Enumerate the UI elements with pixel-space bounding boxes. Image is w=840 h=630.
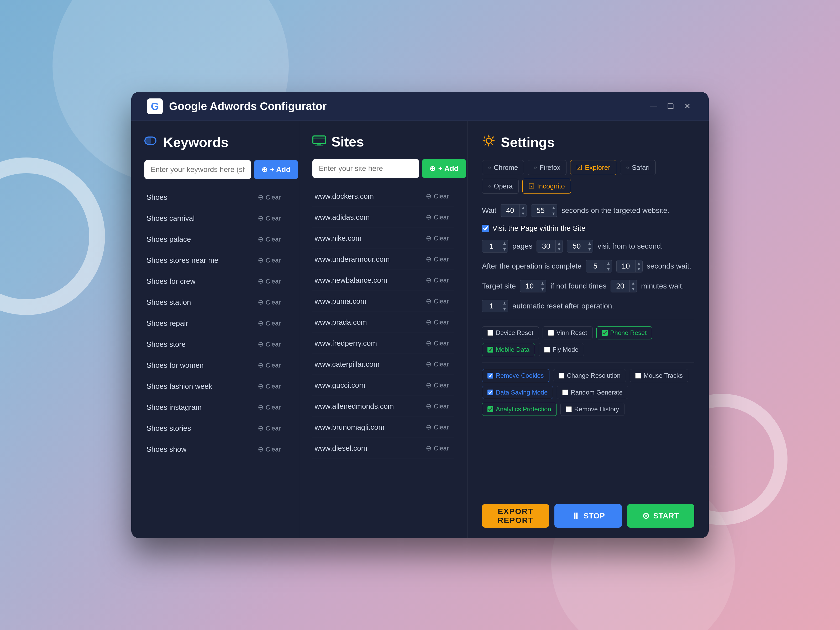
- browser-tab-safari[interactable]: ○Safari: [620, 160, 656, 175]
- keyword-clear-button[interactable]: ⊖ Clear: [255, 213, 284, 224]
- start-button[interactable]: ⊙ START: [627, 504, 694, 527]
- site-clear-button[interactable]: ⊖ Clear: [423, 338, 452, 349]
- device-chip-vinn-reset[interactable]: Vinn Reset: [543, 326, 593, 339]
- keyword-clear-button[interactable]: ⊖ Clear: [255, 192, 284, 203]
- site-clear-button[interactable]: ⊖ Clear: [423, 442, 452, 454]
- pages-val-input[interactable]: [482, 240, 501, 253]
- keyword-clear-button[interactable]: ⊖ Clear: [255, 423, 284, 434]
- keyword-clear-button[interactable]: ⊖ Clear: [255, 381, 284, 392]
- keyword-clear-button[interactable]: ⊖ Clear: [255, 402, 284, 413]
- wait-up-2[interactable]: ▲: [550, 204, 557, 210]
- after-down-1[interactable]: ▼: [605, 266, 612, 272]
- keyword-clear-button[interactable]: ⊖ Clear: [255, 444, 284, 455]
- keywords-input[interactable]: [144, 160, 251, 179]
- visit-to-down[interactable]: ▼: [586, 246, 593, 252]
- after-up-1[interactable]: ▲: [605, 260, 612, 266]
- keyword-clear-button[interactable]: ⊖ Clear: [255, 339, 284, 350]
- option-chip-cb[interactable]: [559, 373, 564, 379]
- after-up-2[interactable]: ▲: [636, 260, 642, 266]
- device-chip-phone-reset[interactable]: Phone Reset: [597, 326, 652, 339]
- option-chip-cb[interactable]: [488, 406, 493, 412]
- site-clear-button[interactable]: ⊖ Clear: [423, 232, 452, 244]
- site-clear-button[interactable]: ⊖ Clear: [423, 317, 452, 328]
- option-chip-cb[interactable]: [488, 390, 493, 395]
- not-found-input[interactable]: [611, 280, 630, 292]
- target-val-input[interactable]: [520, 280, 539, 292]
- clear-minus-icon: ⊖: [258, 424, 264, 432]
- option-chip-analytics-protection[interactable]: Analytics Protection: [482, 403, 557, 416]
- site-clear-button[interactable]: ⊖ Clear: [423, 358, 452, 370]
- wait-val1-input[interactable]: [501, 204, 519, 217]
- sites-input[interactable]: [313, 159, 419, 178]
- site-clear-button[interactable]: ⊖ Clear: [423, 254, 452, 265]
- keyword-clear-button[interactable]: ⊖ Clear: [255, 317, 284, 329]
- maximize-button[interactable]: ❑: [665, 101, 676, 112]
- visit-from-up[interactable]: ▲: [556, 240, 562, 246]
- target-up[interactable]: ▲: [539, 280, 546, 286]
- site-clear-button[interactable]: ⊖ Clear: [423, 422, 452, 433]
- wait-down-1[interactable]: ▼: [520, 210, 527, 216]
- stop-label: STOP: [584, 512, 605, 520]
- browser-tab-explorer[interactable]: ☑Explorer: [570, 160, 616, 175]
- wait-val2-input[interactable]: [531, 204, 550, 217]
- visit-from-input[interactable]: [537, 240, 556, 253]
- site-clear-button[interactable]: ⊖ Clear: [423, 380, 452, 391]
- site-clear-button[interactable]: ⊖ Clear: [423, 191, 452, 202]
- visit-to-up[interactable]: ▲: [586, 240, 593, 246]
- keywords-add-button[interactable]: ⊕ + Add: [254, 160, 298, 179]
- reset-val-input[interactable]: [482, 300, 501, 313]
- browser-tab-incognito[interactable]: ☑Incognito: [523, 179, 571, 194]
- wait-down-2[interactable]: ▼: [550, 210, 557, 216]
- option-chip-remove-history[interactable]: Remove History: [561, 403, 625, 416]
- device-chip-mobile-data[interactable]: Mobile Data: [482, 343, 535, 356]
- export-button[interactable]: EXPORT REPORT: [482, 504, 549, 527]
- target-down[interactable]: ▼: [539, 286, 546, 292]
- keyword-clear-button[interactable]: ⊖ Clear: [255, 297, 284, 308]
- option-chip-cb[interactable]: [635, 373, 641, 379]
- not-found-up[interactable]: ▲: [630, 280, 636, 286]
- sites-add-button[interactable]: ⊕ + Add: [422, 159, 466, 178]
- visit-to-input[interactable]: [567, 240, 586, 253]
- option-chip-cb[interactable]: [562, 390, 568, 395]
- option-chip-remove-cookies[interactable]: Remove Cookies: [482, 369, 549, 382]
- site-clear-button[interactable]: ⊖ Clear: [423, 295, 452, 307]
- device-chip-cb[interactable]: [488, 330, 493, 336]
- option-chip-label: Change Resolution: [567, 372, 621, 379]
- after-val2-input[interactable]: [616, 260, 635, 273]
- minimize-button[interactable]: —: [648, 101, 659, 112]
- site-clear-button[interactable]: ⊖ Clear: [423, 401, 452, 412]
- keyword-clear-button[interactable]: ⊖ Clear: [255, 360, 284, 371]
- pages-down[interactable]: ▼: [501, 246, 508, 252]
- visit-page-checkbox[interactable]: [482, 225, 489, 232]
- device-chip-device-reset[interactable]: Device Reset: [482, 326, 539, 339]
- option-chip-cb[interactable]: [566, 406, 572, 412]
- option-chip-change-resolution[interactable]: Change Resolution: [553, 369, 626, 382]
- pages-up[interactable]: ▲: [501, 240, 508, 246]
- reset-down[interactable]: ▼: [501, 306, 508, 312]
- option-chip-cb[interactable]: [488, 373, 493, 379]
- site-clear-button[interactable]: ⊖ Clear: [423, 275, 452, 286]
- browser-tab-chrome[interactable]: ○Chrome: [482, 160, 524, 175]
- device-chip-fly-mode[interactable]: Fly Mode: [538, 343, 584, 356]
- after-val1-input[interactable]: [586, 260, 605, 273]
- not-found-down[interactable]: ▼: [630, 286, 636, 292]
- reset-up[interactable]: ▲: [501, 300, 508, 306]
- visit-from-down[interactable]: ▼: [556, 246, 562, 252]
- device-chip-cb[interactable]: [488, 347, 493, 352]
- keyword-clear-button[interactable]: ⊖ Clear: [255, 255, 284, 266]
- after-down-2[interactable]: ▼: [636, 266, 642, 272]
- option-chip-mouse-tracks[interactable]: Mouse Tracks: [630, 369, 688, 382]
- option-chip-random-generate[interactable]: Random Generate: [557, 386, 628, 399]
- keyword-clear-button[interactable]: ⊖ Clear: [255, 234, 284, 245]
- wait-up-1[interactable]: ▲: [520, 204, 527, 210]
- close-button[interactable]: ✕: [681, 101, 693, 112]
- device-chip-cb[interactable]: [544, 347, 550, 352]
- device-chip-cb[interactable]: [602, 330, 608, 336]
- browser-tab-firefox[interactable]: ○Firefox: [527, 160, 567, 175]
- browser-tab-opera[interactable]: ○Opera: [482, 179, 519, 194]
- option-chip-data-saving-mode[interactable]: Data Saving Mode: [482, 386, 553, 399]
- site-clear-button[interactable]: ⊖ Clear: [423, 212, 452, 223]
- stop-button[interactable]: ⏸ STOP: [554, 504, 622, 527]
- device-chip-cb[interactable]: [548, 330, 554, 336]
- keyword-clear-button[interactable]: ⊖ Clear: [255, 276, 284, 287]
